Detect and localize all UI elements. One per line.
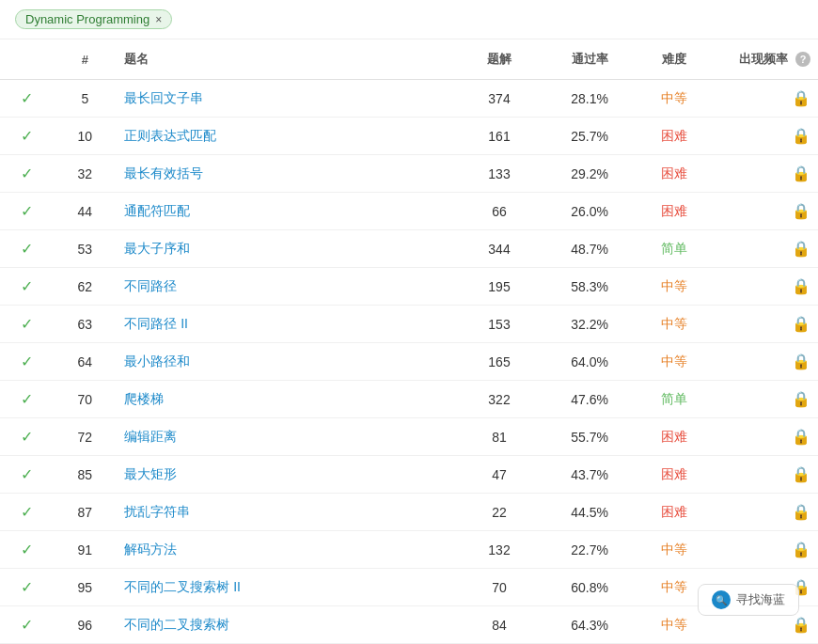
problem-link[interactable]: 爬楼梯 — [124, 391, 164, 406]
row-passrate: 32.2% — [542, 306, 637, 343]
row-status: ✓ — [0, 606, 53, 644]
lock-icon: 🔒 — [792, 542, 810, 558]
check-icon: ✓ — [8, 165, 45, 182]
row-frequency: 🔒 — [712, 306, 818, 343]
row-passrate: 28.1% — [542, 80, 637, 118]
row-difficulty: 中等 — [637, 306, 712, 343]
header-difficulty: 难度 — [637, 39, 712, 80]
lock-icon: 🔒 — [792, 353, 810, 369]
row-number: 70 — [53, 381, 117, 418]
problem-link[interactable]: 通配符匹配 — [124, 203, 190, 218]
problem-link[interactable]: 最大矩形 — [124, 466, 177, 481]
row-number: 72 — [53, 418, 117, 456]
problem-link[interactable]: 最小路径和 — [124, 353, 190, 369]
header-name: 题名 — [117, 39, 457, 80]
watermark: 🔍 寻找海蓝 — [698, 584, 799, 616]
problem-link[interactable]: 扰乱字符串 — [124, 504, 190, 519]
difficulty-label: 中等 — [661, 617, 687, 632]
row-number: 5 — [53, 80, 117, 118]
table-row: ✓95不同的二叉搜索树 II7060.8%中等🔒 — [0, 569, 818, 606]
row-name[interactable]: 最大子序和 — [117, 230, 457, 268]
row-name[interactable]: 通配符匹配 — [117, 193, 457, 230]
row-passrate: 29.2% — [542, 155, 637, 193]
row-status: ✓ — [0, 155, 53, 193]
row-name[interactable]: 不同路径 II — [117, 306, 457, 343]
row-name[interactable]: 不同路径 — [117, 268, 457, 306]
problem-link[interactable]: 正则表达式匹配 — [124, 128, 216, 143]
row-solutions: 81 — [457, 418, 542, 456]
problem-link[interactable]: 最长有效括号 — [124, 165, 203, 181]
row-solutions: 153 — [457, 306, 542, 343]
check-icon: ✓ — [8, 240, 45, 258]
problem-link[interactable]: 编辑距离 — [124, 429, 177, 444]
table-body: ✓5最长回文子串37428.1%中等🔒✓10正则表达式匹配16125.7%困难🔒… — [0, 80, 818, 645]
problem-link[interactable]: 不同的二叉搜索树 II — [124, 579, 241, 594]
row-solutions: 84 — [457, 606, 542, 644]
row-status: ✓ — [0, 80, 53, 118]
problems-table: # 题名 题解 通过率 难度 出现频率 ? ✓5最长回文子串37428.1%中等… — [0, 39, 818, 644]
row-frequency: 🔒 — [712, 381, 818, 418]
row-number: 62 — [53, 268, 117, 306]
table-header: # 题名 题解 通过率 难度 出现频率 ? — [0, 39, 818, 80]
row-name[interactable]: 解码方法 — [117, 531, 457, 569]
check-icon: ✓ — [8, 428, 45, 446]
row-solutions: 374 — [457, 80, 542, 118]
difficulty-label: 中等 — [661, 90, 687, 105]
row-name[interactable]: 正则表达式匹配 — [117, 118, 457, 155]
row-solutions: 344 — [457, 230, 542, 268]
problem-link[interactable]: 不同的二叉搜索树 — [124, 617, 229, 632]
row-name[interactable]: 最长有效括号 — [117, 155, 457, 193]
row-passrate: 43.7% — [542, 456, 637, 494]
row-solutions: 132 — [457, 531, 542, 569]
row-number: 32 — [53, 155, 117, 193]
problem-link[interactable]: 最大子序和 — [124, 241, 190, 256]
row-solutions: 70 — [457, 569, 542, 606]
row-number: 85 — [53, 456, 117, 494]
row-number: 87 — [53, 494, 117, 531]
row-name[interactable]: 不同的二叉搜索树 — [117, 606, 457, 644]
row-passrate: 44.5% — [542, 494, 637, 531]
row-frequency: 🔒 — [712, 268, 818, 306]
row-status: ✓ — [0, 418, 53, 456]
row-name[interactable]: 扰乱字符串 — [117, 494, 457, 531]
watermark-text: 寻找海蓝 — [736, 591, 785, 608]
row-frequency: 🔒 — [712, 230, 818, 268]
row-name[interactable]: 最长回文子串 — [117, 80, 457, 118]
problem-link[interactable]: 解码方法 — [124, 542, 177, 557]
row-solutions: 195 — [457, 268, 542, 306]
row-difficulty: 困难 — [637, 193, 712, 230]
check-icon: ✓ — [8, 616, 45, 634]
check-icon: ✓ — [8, 578, 45, 596]
row-solutions: 22 — [457, 494, 542, 531]
row-solutions: 66 — [457, 193, 542, 230]
difficulty-label: 简单 — [661, 391, 687, 406]
row-status: ✓ — [0, 569, 53, 606]
problem-link[interactable]: 最长回文子串 — [124, 90, 203, 105]
table-row: ✓91解码方法13222.7%中等🔒 — [0, 531, 818, 569]
problem-link[interactable]: 不同路径 II — [124, 316, 188, 331]
row-name[interactable]: 爬楼梯 — [117, 381, 457, 418]
frequency-help-icon[interactable]: ? — [795, 52, 810, 67]
tag-filter[interactable]: Dynamic Programming × — [15, 9, 172, 29]
row-number: 95 — [53, 569, 117, 606]
check-icon: ✓ — [8, 503, 45, 521]
row-status: ✓ — [0, 193, 53, 230]
table-row: ✓5最长回文子串37428.1%中等🔒 — [0, 80, 818, 118]
row-name[interactable]: 最小路径和 — [117, 343, 457, 381]
row-name[interactable]: 不同的二叉搜索树 II — [117, 569, 457, 606]
table-row: ✓62不同路径19558.3%中等🔒 — [0, 268, 818, 306]
lock-icon: 🔒 — [792, 203, 810, 219]
row-number: 44 — [53, 193, 117, 230]
table-row: ✓32最长有效括号13329.2%困难🔒 — [0, 155, 818, 193]
row-solutions: 133 — [457, 155, 542, 193]
filter-bar: Dynamic Programming × — [0, 0, 818, 39]
tag-close-button[interactable]: × — [155, 13, 162, 26]
row-frequency: 🔒 — [712, 531, 818, 569]
table-row: ✓53最大子序和34448.7%简单🔒 — [0, 230, 818, 268]
table-row: ✓96不同的二叉搜索树8464.3%中等🔒 — [0, 606, 818, 644]
row-status: ✓ — [0, 230, 53, 268]
row-name[interactable]: 最大矩形 — [117, 456, 457, 494]
problem-link[interactable]: 不同路径 — [124, 278, 177, 293]
row-name[interactable]: 编辑距离 — [117, 418, 457, 456]
row-number: 53 — [53, 230, 117, 268]
